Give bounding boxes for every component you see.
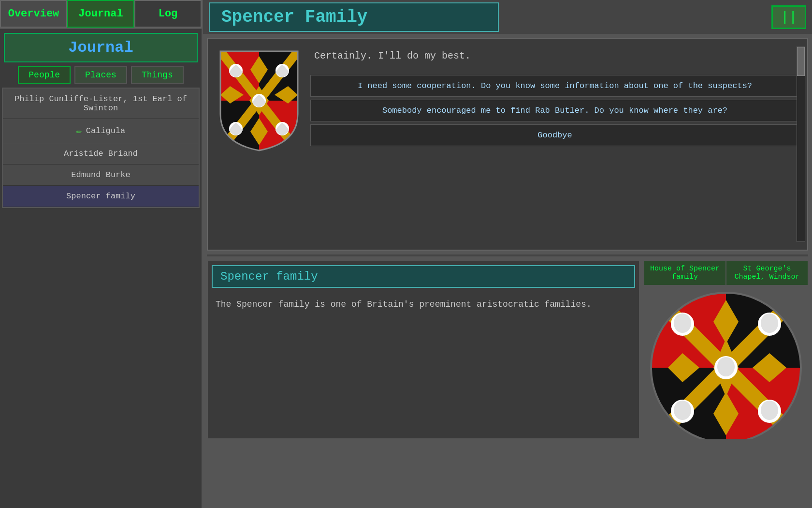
bottom-area: Spencer family The Spencer family is one… (207, 260, 808, 439)
info-title: Spencer family (212, 265, 635, 288)
links-panel: House of Spencer family St George's Chap… (644, 260, 808, 439)
dialogue-option-1[interactable]: Somebody encouraged me to find Rab Butle… (310, 100, 799, 121)
left-panel: Overview Journal Log Journal People Plac… (0, 0, 203, 508)
item-name: Aristide Briand (64, 149, 138, 158)
item-name: Philip Cunliffe-Lister, 1st Earl of Swin… (11, 94, 191, 113)
dialogue-option-0[interactable]: I need some cooperation. Do you know som… (310, 75, 799, 97)
section-divider (207, 254, 808, 256)
coat-of-arms (216, 46, 303, 153)
filter-people[interactable]: People (18, 66, 71, 84)
filter-things[interactable]: Things (131, 66, 184, 84)
svg-point-31 (761, 401, 778, 420)
dialogue-area: Certainly. I'll do my best. I need some … (207, 38, 808, 251)
list-item[interactable]: Aristide Briand (3, 143, 199, 164)
item-name: Spencer family (66, 192, 135, 201)
svg-point-29 (674, 401, 691, 420)
svg-point-27 (761, 314, 778, 333)
info-text: The Spencer family is one of Britain's p… (208, 292, 639, 317)
list-item[interactable]: Philip Cunliffe-Lister, 1st Earl of Swin… (3, 89, 199, 119)
list-item[interactable]: Edmund Burke (3, 164, 199, 186)
pause-button[interactable]: || (771, 5, 806, 29)
tab-overview[interactable]: Overview (0, 0, 67, 28)
dialogue-scrollbar[interactable] (797, 46, 805, 242)
link-tab-1[interactable]: St George's Chapel, Windsor (726, 260, 808, 285)
tab-journal[interactable]: Journal (67, 0, 134, 28)
item-name: Edmund Burke (71, 170, 130, 179)
top-nav: Overview Journal Log (0, 0, 202, 29)
link-tab-0[interactable]: House of Spencer family (644, 260, 726, 285)
journal-header: Journal (4, 33, 198, 62)
filter-places[interactable]: Places (74, 66, 127, 84)
svg-point-25 (674, 314, 691, 333)
list-item-selected[interactable]: Spencer family (3, 186, 199, 207)
dialogue-option-2[interactable]: Goodbye (310, 124, 799, 146)
svg-point-33 (717, 357, 735, 376)
tab-log[interactable]: Log (134, 0, 202, 28)
pen-icon: ✏ (76, 125, 82, 137)
main-title: Spencer Family (209, 2, 499, 32)
list-item[interactable]: ✏ Caligula (3, 119, 199, 143)
link-tabs: House of Spencer family St George's Chap… (644, 260, 808, 285)
filter-buttons: People Places Things (4, 66, 198, 84)
dialogue-content: Certainly. I'll do my best. I need some … (310, 46, 799, 242)
scrollbar-thumb[interactable] (797, 47, 805, 76)
journal-list: Philip Cunliffe-Lister, 1st Earl of Swin… (2, 88, 200, 208)
title-bar: Spencer Family || (203, 0, 812, 34)
item-name: Caligula (86, 126, 126, 135)
journal-title: Journal (68, 39, 133, 57)
info-panel: Spencer family The Spencer family is one… (207, 260, 640, 439)
dialogue-response: Certainly. I'll do my best. (310, 46, 799, 65)
round-coat-of-arms (644, 285, 808, 439)
main-area: Spencer Family || (203, 0, 812, 508)
